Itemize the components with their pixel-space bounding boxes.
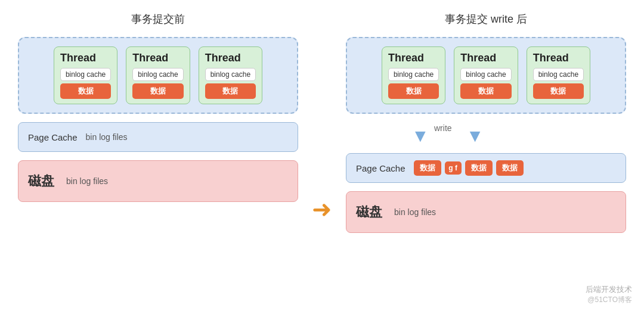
left-disk: 磁盘 bin log files [18, 160, 298, 202]
right-thread-2: Thread binlog cache 数据 [454, 46, 518, 104]
right-side: 事务提交 write 后 Thread binlog cache 数据 Thre… [340, 6, 632, 305]
watermark-line2: @51CTO博客 [586, 295, 632, 305]
diagram-container: 事务提交前 Thread binlog cache 数据 Thread binl… [0, 0, 644, 311]
right-thread-1-label: Thread [388, 52, 424, 64]
left-thread-3-data: 数据 [205, 83, 256, 99]
right-thread-2-data: 数据 [460, 83, 511, 99]
right-disk: 磁盘 bin log files [346, 191, 626, 233]
write-label: write [434, 123, 452, 133]
left-page-cache-text: bin log files [86, 132, 128, 142]
right-thread-2-label: Thread [460, 52, 496, 64]
right-thread-2-binlog: binlog cache [460, 68, 511, 81]
right-page-cache: Page Cache 数据 g f 数据 数据 [346, 153, 626, 183]
left-thread-1-binlog: binlog cache [60, 68, 111, 81]
watermark-line1: 后端开发技术 [586, 284, 632, 295]
left-thread-2-label: Thread [132, 52, 168, 64]
left-thread-2: Thread binlog cache 数据 [126, 46, 190, 104]
left-thread-2-data: 数据 [132, 83, 183, 99]
down-arrow-1: ▼ [411, 127, 429, 145]
left-page-cache-label: Page Cache [28, 132, 78, 142]
right-thread-group: Thread binlog cache 数据 Thread binlog cac… [346, 37, 626, 114]
left-disk-text: bin log files [66, 176, 108, 186]
right-page-cache-label: Page Cache [356, 163, 405, 173]
right-thread-1-binlog: binlog cache [388, 68, 439, 81]
right-thread-3: Thread binlog cache 数据 [527, 46, 590, 104]
watermark: 后端开发技术 @51CTO博客 [586, 284, 632, 305]
left-thread-group: Thread binlog cache 数据 Thread binlog cac… [18, 37, 298, 114]
right-thread-3-binlog: binlog cache [533, 68, 584, 81]
right-page-cache-data: 数据 g f 数据 数据 [414, 160, 524, 176]
right-thread-3-data: 数据 [533, 83, 584, 99]
right-thread-1: Thread binlog cache 数据 [382, 46, 445, 104]
right-data-partial: g f [445, 161, 462, 175]
right-disk-label: 磁盘 [356, 203, 382, 221]
left-thread-2-binlog: binlog cache [132, 68, 183, 81]
right-disk-text: bin log files [394, 207, 436, 217]
right-thread-3-label: Thread [533, 52, 569, 64]
center-arrow-container: ➜ [304, 6, 340, 305]
right-data-3: 数据 [496, 160, 524, 176]
left-thread-3-label: Thread [205, 52, 241, 64]
left-thread-3-binlog: binlog cache [205, 68, 256, 81]
right-thread-1-data: 数据 [388, 83, 439, 99]
left-thread-1: Thread binlog cache 数据 [54, 46, 117, 104]
center-arrow: ➜ [312, 197, 332, 221]
left-thread-3: Thread binlog cache 数据 [199, 46, 262, 104]
right-title: 事务提交 write 后 [346, 12, 626, 26]
left-thread-1-data: 数据 [60, 83, 111, 99]
left-disk-label: 磁盘 [28, 172, 54, 190]
left-thread-1-label: Thread [60, 52, 96, 64]
left-side: 事务提交前 Thread binlog cache 数据 Thread binl… [12, 6, 304, 305]
right-data-2: 数据 [465, 160, 493, 176]
right-data-1: 数据 [414, 160, 441, 176]
down-arrow-2: ▼ [466, 127, 484, 145]
left-page-cache: Page Cache bin log files [18, 122, 298, 152]
left-title: 事务提交前 [18, 12, 298, 26]
